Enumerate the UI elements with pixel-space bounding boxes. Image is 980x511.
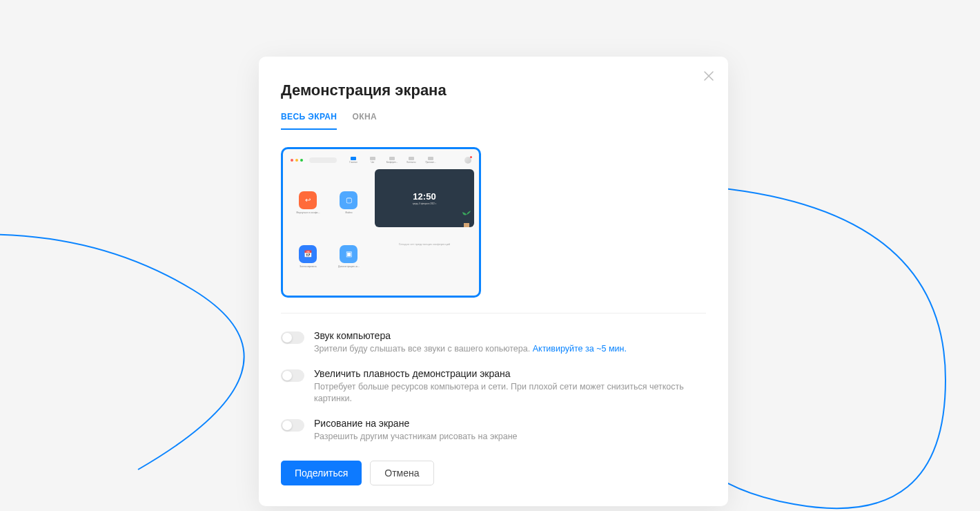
toggle-screen-draw[interactable] xyxy=(281,419,304,432)
apps-icon xyxy=(428,157,433,160)
preview-area: Главная Чат Конферен... Контакты Приложе… xyxy=(281,147,706,314)
share-button[interactable]: Поделиться xyxy=(281,461,362,485)
demo-tile-icon: ▣ xyxy=(340,245,357,263)
conference-icon xyxy=(389,157,395,160)
avatar-icon xyxy=(464,157,471,164)
tab-windows[interactable]: ОКНА xyxy=(352,112,377,130)
preview-clock-date: среда, 9 февраля 2022 г. xyxy=(413,202,437,205)
dialog-title: Демонстрация экрана xyxy=(281,81,706,99)
schedule-tile-icon: 📅 xyxy=(299,245,317,263)
home-icon xyxy=(351,157,356,160)
traffic-light-green-icon xyxy=(300,159,303,162)
option-desc: Разрешить другим участникам рисовать на … xyxy=(314,431,706,443)
screen-share-dialog: Демонстрация экрана ВЕСЬ ЭКРАН ОКНА Глав… xyxy=(259,57,728,506)
option-title: Увеличить плавность демонстрации экрана xyxy=(314,368,706,379)
tab-fullscreen[interactable]: ВЕСЬ ЭКРАН xyxy=(281,112,337,130)
option-title: Звук компьютера xyxy=(314,330,706,341)
svg-rect-0 xyxy=(464,223,469,227)
option-desc: Зрители буду слышать все звуки с вашего … xyxy=(314,343,706,356)
chat-icon xyxy=(370,157,375,160)
plant-icon xyxy=(461,208,472,227)
options-list: Звук компьютера Зрители буду слышать все… xyxy=(281,330,706,443)
traffic-light-yellow-icon xyxy=(295,159,298,162)
preview-clock-time: 12:50 xyxy=(413,191,435,202)
preview-search-icon xyxy=(309,157,337,163)
option-desc: Потребует больше ресурсов компьютера и с… xyxy=(314,381,706,405)
close-icon xyxy=(703,70,714,81)
option-smooth-demo: Увеличить плавность демонстрации экрана … xyxy=(281,368,706,405)
option-title: Рисование на экране xyxy=(314,418,706,429)
screen-preview-thumbnail[interactable]: Главная Чат Конферен... Контакты Приложе… xyxy=(281,147,481,298)
option-screen-draw: Рисование на экране Разрешить другим уча… xyxy=(281,418,706,443)
cancel-button[interactable]: Отмена xyxy=(370,461,433,485)
preview-clock-card: 12:50 среда, 9 февраля 2022 г. xyxy=(375,169,474,227)
preview-nav: Главная Чат Конферен... Контакты Приложе… xyxy=(347,157,437,164)
traffic-light-red-icon xyxy=(291,159,293,162)
contacts-icon xyxy=(409,157,414,160)
option-computer-audio: Звук компьютера Зрители буду слышать все… xyxy=(281,330,706,356)
dialog-buttons: Поделиться Отмена xyxy=(281,461,706,485)
join-tile-icon: ▢ xyxy=(340,191,357,209)
return-tile-icon: ↩ xyxy=(299,191,317,209)
preview-empty-text: Сегодня нет предстоящих конференций xyxy=(375,242,474,246)
close-button[interactable] xyxy=(702,69,716,83)
preview-topbar: Главная Чат Конферен... Контакты Приложе… xyxy=(288,154,474,166)
toggle-computer-audio[interactable] xyxy=(281,331,304,344)
activate-link[interactable]: Активируйте за ~5 мин. xyxy=(533,344,627,354)
toggle-smooth-demo[interactable] xyxy=(281,369,304,382)
tabs: ВЕСЬ ЭКРАН ОКНА xyxy=(281,112,706,131)
